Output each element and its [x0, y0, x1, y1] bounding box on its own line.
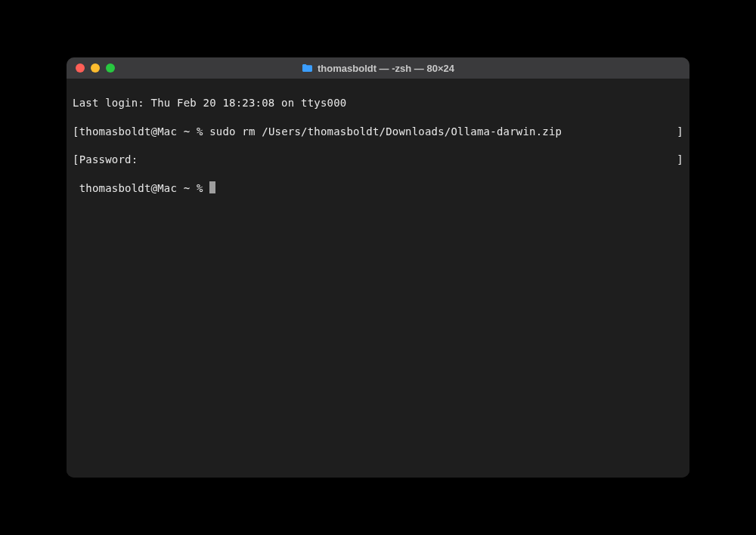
window-title-text: thomasboldt — -zsh — 80×24: [318, 63, 454, 74]
folder-icon: [302, 63, 313, 73]
bracket-left: [: [73, 153, 79, 165]
terminal-line: [thomasboldt@Mac ~ % sudo rm /Users/thom…: [73, 125, 683, 139]
last-login-text: Last login: Thu Feb 20 18:23:08 on ttys0…: [73, 97, 346, 109]
terminal-line: thomasboldt@Mac ~ %: [73, 181, 683, 196]
bracket-left: [: [73, 125, 79, 138]
shell-prompt: thomasboldt@Mac ~ %: [79, 125, 210, 138]
terminal-body[interactable]: Last login: Thu Feb 20 18:23:08 on ttys0…: [67, 79, 689, 478]
terminal-line: [Password:]: [73, 153, 683, 167]
terminal-line: Last login: Thu Feb 20 18:23:08 on ttys0…: [73, 96, 683, 110]
command-text: sudo rm /Users/thomasboldt/Downloads/Oll…: [209, 125, 562, 138]
bracket-right: ]: [677, 153, 683, 167]
bracket-right: ]: [677, 125, 683, 139]
window-title: thomasboldt — -zsh — 80×24: [67, 63, 689, 74]
cursor: [209, 181, 215, 193]
terminal-window: thomasboldt — -zsh — 80×24 Last login: T…: [67, 57, 689, 478]
shell-prompt: thomasboldt@Mac ~ %: [73, 182, 209, 194]
maximize-button[interactable]: [106, 63, 115, 73]
password-prompt: Password:: [79, 153, 138, 165]
minimize-button[interactable]: [91, 63, 100, 73]
traffic-lights: [67, 63, 115, 73]
close-button[interactable]: [76, 63, 85, 73]
title-bar[interactable]: thomasboldt — -zsh — 80×24: [67, 57, 689, 79]
